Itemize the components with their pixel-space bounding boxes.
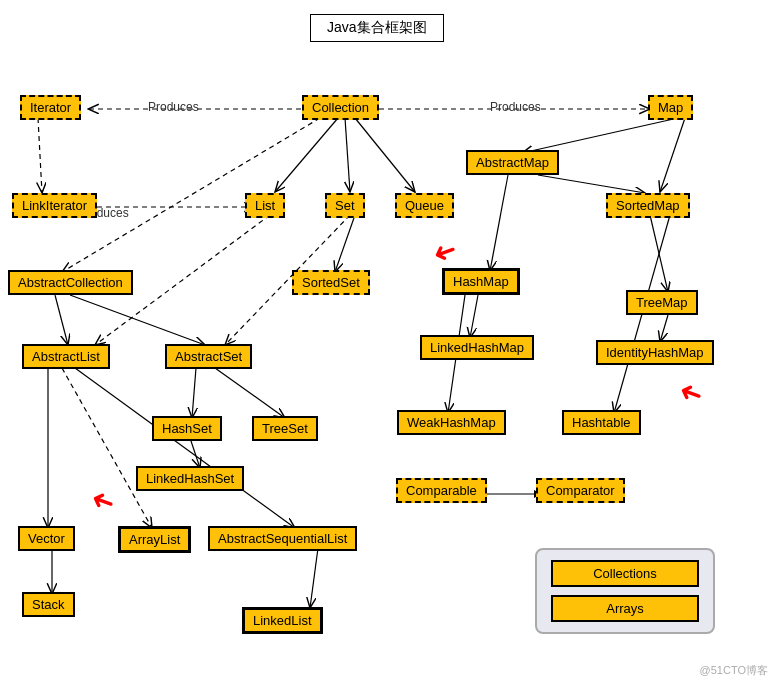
red-arrow-1: ➜ [88, 485, 119, 519]
node-treeset: TreeSet [252, 416, 318, 441]
svg-line-6 [660, 118, 685, 192]
svg-line-4 [355, 118, 415, 192]
red-arrow-3: ➜ [676, 377, 707, 411]
node-comparator: Comparator [536, 478, 625, 503]
svg-line-21 [75, 368, 295, 528]
svg-line-18 [190, 438, 200, 468]
node-hashmap: HashMap [442, 268, 520, 295]
node-abstractset: AbstractSet [165, 344, 252, 369]
node-identityhashmap: IdentityHashMap [596, 340, 714, 365]
node-abstractsequentiallist: AbstractSequentialList [208, 526, 357, 551]
svg-line-5 [522, 118, 678, 153]
svg-line-17 [215, 368, 285, 418]
diagram: Java集合框架图 Map (dashed, open tri pointing… [0, 0, 776, 682]
svg-line-2 [275, 118, 338, 192]
node-abstractlist: AbstractList [22, 344, 110, 369]
node-sortedset: SortedSet [292, 270, 370, 295]
node-collection: Collection [302, 95, 379, 120]
node-queue: Queue [395, 193, 454, 218]
node-hashtable: Hashtable [562, 410, 641, 435]
node-vector: Vector [18, 526, 75, 551]
node-linkiterator: LinkIterator [12, 193, 97, 218]
svg-line-11 [55, 295, 68, 345]
node-list: List [245, 193, 285, 218]
red-arrow-2: ➜ [430, 235, 461, 269]
watermark: @51CTO博客 [700, 663, 768, 678]
label-produces1: Produces [148, 100, 199, 114]
node-weakhasmap: WeakHashMap [397, 410, 506, 435]
node-stack: Stack [22, 592, 75, 617]
svg-line-23 [310, 548, 318, 608]
svg-line-9 [660, 315, 668, 342]
label-produces2: Produces [490, 100, 541, 114]
node-linkedhashmap: LinkedHashMap [420, 335, 534, 360]
svg-line-16 [192, 368, 196, 418]
node-arraylist: ArrayList [118, 526, 191, 553]
svg-line-12 [70, 295, 205, 345]
node-hashset: HashSet [152, 416, 222, 441]
svg-line-15 [335, 215, 355, 272]
diagram-title: Java集合框架图 [310, 14, 444, 42]
svg-line-8 [650, 215, 668, 292]
node-linkedlist: LinkedList [242, 607, 323, 634]
svg-line-20 [62, 368, 152, 528]
node-abstractmap: AbstractMap [466, 150, 559, 175]
legend-collections: Collections [551, 560, 699, 587]
legend-box: Collections Arrays [535, 548, 715, 634]
node-sortedmap: SortedMap [606, 193, 690, 218]
node-abstractcollection: AbstractCollection [8, 270, 133, 295]
node-linkedhashset: LinkedHashSet [136, 466, 244, 491]
node-comparable: Comparable [396, 478, 487, 503]
svg-line-24 [470, 295, 478, 338]
legend-arrays: Arrays [551, 595, 699, 622]
node-set: Set [325, 193, 365, 218]
node-iterator: Iterator [20, 95, 81, 120]
svg-line-30 [538, 175, 645, 193]
svg-line-28 [38, 118, 42, 193]
svg-line-3 [345, 118, 350, 192]
svg-line-7 [490, 175, 508, 271]
node-map: Map [648, 95, 693, 120]
node-treemap: TreeMap [626, 290, 698, 315]
